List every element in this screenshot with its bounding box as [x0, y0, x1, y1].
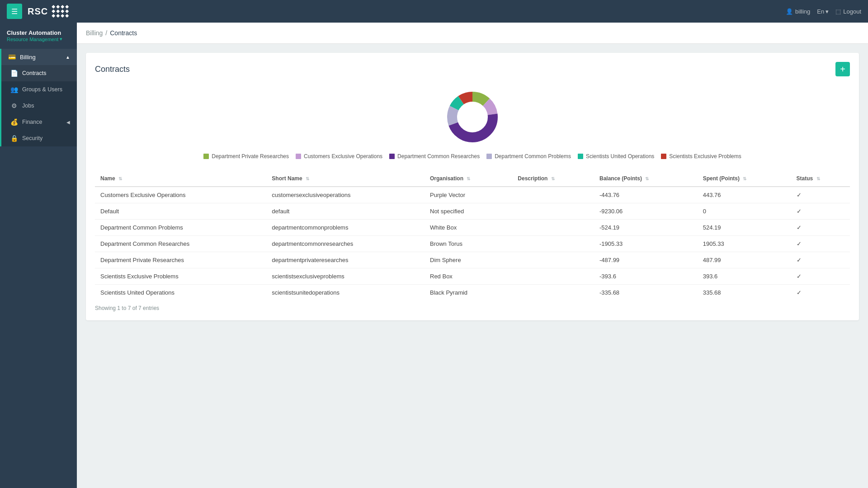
logo-icon [52, 5, 69, 18]
legend-color-0 [203, 154, 209, 159]
sidebar-item-contracts[interactable]: 📄 Contracts [1, 65, 77, 81]
cell-balance: -9230.06 [594, 203, 698, 220]
cell-short-name: scientistsunitedoperations [266, 285, 425, 301]
sidebar-item-finance[interactable]: 💰 Finance ◀ [1, 114, 77, 130]
cell-spent: 335.68 [698, 285, 791, 301]
sidebar-contracts-label: Contracts [22, 70, 47, 76]
security-icon: 🔒 [10, 135, 18, 142]
cell-name: Scientists Exclusive Problems [95, 268, 266, 285]
col-status[interactable]: Status ⇅ [791, 171, 850, 187]
col-spent[interactable]: Spent (Points) ⇅ [698, 171, 791, 187]
cell-spent: 1905.33 [698, 236, 791, 252]
logo: RSC [28, 5, 69, 18]
legend-item-3: Department Common Problems [486, 153, 571, 160]
cell-status: ✓ [791, 268, 850, 285]
hamburger-button[interactable]: ☰ [7, 4, 22, 19]
sort-icon-status: ⇅ [816, 176, 820, 181]
sidebar-item-groups-users[interactable]: 👥 Groups & Users [1, 81, 77, 98]
legend-label-1: Customers Exclusive Operations [304, 153, 382, 160]
cell-description [512, 252, 594, 268]
cell-spent: 524.19 [698, 220, 791, 236]
breadcrumb-bar: Billing / Contracts [77, 23, 868, 44]
table-footer: Showing 1 to 7 of 7 entries [95, 305, 850, 311]
cell-organisation: White Box [425, 220, 512, 236]
legend-item-5: Scientists Exclusive Problems [661, 153, 741, 160]
col-description[interactable]: Description ⇅ [512, 171, 594, 187]
cell-balance: -443.76 [594, 187, 698, 203]
sort-icon-balance: ⇅ [645, 176, 649, 181]
col-name[interactable]: Name ⇅ [95, 171, 266, 187]
legend-color-2 [389, 154, 395, 159]
page-body: Contracts + [77, 44, 868, 329]
legend-label-2: Department Common Researches [397, 153, 480, 160]
cell-spent: 443.76 [698, 187, 791, 203]
col-organisation[interactable]: Organisation ⇅ [425, 171, 512, 187]
cell-balance: -335.68 [594, 285, 698, 301]
chevron-up-icon: ▲ [66, 55, 70, 60]
table-row[interactable]: Department Common Researches departmentc… [95, 236, 850, 252]
col-short-name[interactable]: Short Name ⇅ [266, 171, 425, 187]
sidebar-item-billing[interactable]: 💳 Billing ▲ [1, 49, 77, 65]
topnav-left: ☰ RSC [7, 4, 69, 19]
chart-legend: Department Private Researches Customers … [203, 153, 741, 160]
breadcrumb-current: Contracts [110, 29, 137, 37]
cell-short-name: departmentcommonresearches [266, 236, 425, 252]
lang-label: En [817, 8, 824, 15]
sort-icon-shortname: ⇅ [306, 176, 309, 181]
logout-button[interactable]: Logout [843, 8, 861, 15]
breadcrumb: Billing / Contracts [86, 29, 859, 37]
sidebar: Cluster Automation Resource Management ▾… [0, 23, 77, 488]
page-title: Contracts [95, 65, 130, 74]
cell-organisation: Red Box [425, 268, 512, 285]
cell-balance: -487.99 [594, 252, 698, 268]
table-row[interactable]: Default default Not specified -9230.06 0… [95, 203, 850, 220]
legend-item-4: Scientists United Operations [578, 153, 654, 160]
table-row[interactable]: Department Common Problems departmentcom… [95, 220, 850, 236]
contracts-table: Name ⇅ Short Name ⇅ Organisation ⇅ [95, 171, 850, 300]
cell-organisation: Purple Vector [425, 187, 512, 203]
table-header-row: Name ⇅ Short Name ⇅ Organisation ⇅ [95, 171, 850, 187]
main-content: Billing / Contracts Contracts + [77, 23, 868, 488]
language-selector[interactable]: En ▾ [817, 8, 829, 15]
table-row[interactable]: Scientists Exclusive Problems scientists… [95, 268, 850, 285]
cell-name: Scientists United Operations [95, 285, 266, 301]
cell-status: ✓ [791, 220, 850, 236]
logout-section: ⬚ Logout [835, 8, 861, 15]
legend-label-0: Department Private Researches [212, 153, 289, 160]
legend-label-4: Scientists United Operations [586, 153, 654, 160]
cell-status: ✓ [791, 236, 850, 252]
cell-short-name: customersexclusiveoperations [266, 187, 425, 203]
col-balance[interactable]: Balance (Points) ⇅ [594, 171, 698, 187]
cell-balance: -393.6 [594, 268, 698, 285]
cell-description [512, 187, 594, 203]
chevron-down-icon: ▾ [826, 8, 829, 15]
cell-spent: 393.6 [698, 268, 791, 285]
card-header: Contracts + [95, 62, 850, 76]
username-label: billing [795, 8, 810, 15]
table-row[interactable]: Department Private Researches department… [95, 252, 850, 268]
cell-name: Department Common Problems [95, 220, 266, 236]
cell-organisation: Brown Torus [425, 236, 512, 252]
add-contract-button[interactable]: + [835, 62, 850, 76]
sidebar-item-jobs[interactable]: ⚙ Jobs [1, 98, 77, 114]
sidebar-resource-management[interactable]: Resource Management ▾ [7, 36, 70, 42]
cell-short-name: departmentprivateresearches [266, 252, 425, 268]
legend-color-5 [661, 154, 666, 159]
topnav-right: 👤 billing En ▾ ⬚ Logout [786, 8, 861, 15]
chevron-left-icon: ◀ [66, 120, 70, 125]
cell-balance: -1905.33 [594, 236, 698, 252]
sidebar-groups-label: Groups & Users [22, 86, 62, 93]
cell-description [512, 268, 594, 285]
sidebar-jobs-label: Jobs [22, 103, 34, 109]
main-layout: Cluster Automation Resource Management ▾… [0, 23, 868, 488]
sidebar-item-security[interactable]: 🔒 Security [1, 130, 77, 146]
contracts-card: Contracts + [86, 53, 859, 320]
cell-short-name: default [266, 203, 425, 220]
cell-short-name: departmentcommonproblems [266, 220, 425, 236]
breadcrumb-billing[interactable]: Billing [86, 29, 103, 37]
table-row[interactable]: Customers Exclusive Operations customers… [95, 187, 850, 203]
legend-color-3 [486, 154, 492, 159]
table-head: Name ⇅ Short Name ⇅ Organisation ⇅ [95, 171, 850, 187]
table-row[interactable]: Scientists United Operations scientistsu… [95, 285, 850, 301]
legend-label-3: Department Common Problems [495, 153, 571, 160]
